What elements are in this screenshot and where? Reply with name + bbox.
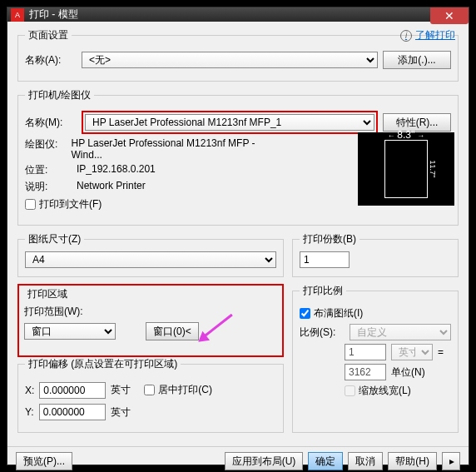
expand-button[interactable]: ▸ — [442, 452, 460, 470]
description-label: 说明: — [25, 180, 77, 194]
fit-paper-checkbox[interactable]: 布满图纸(I) — [300, 306, 451, 320]
scale-unit1-select[interactable]: 英寸 — [391, 344, 433, 360]
cancel-button[interactable]: 取消 — [348, 452, 383, 470]
highlight-printer-name: HP LaserJet Professional M1213nf MFP_1 — [82, 111, 378, 134]
x-input[interactable] — [39, 382, 106, 399]
button-bar: 预览(P)... 应用到布局(U) 确定 取消 帮助(H) ▸ — [7, 446, 469, 472]
location-label: 位置: — [25, 163, 77, 177]
highlight-print-area: 打印区域 打印范围(W): 窗口 窗口(0)< — [17, 284, 284, 357]
window-title: 打印 - 模型 — [29, 7, 78, 22]
help-link-text: 了解打印 — [415, 28, 455, 42]
print-area-group: 打印区域 打印范围(W): 窗口 窗口(0)< — [21, 287, 280, 347]
center-print-checkbox[interactable]: 居中打印(C) — [144, 383, 212, 397]
ok-button[interactable]: 确定 — [308, 452, 343, 470]
plotter-value: HP LaserJet Professional M1213nf MFP - W… — [72, 137, 266, 161]
paper-preview: ← 8.3'' → 11.7'' — [358, 132, 454, 206]
dialog-content: i 了解打印 页面设置 名称(A): <无> 添加(.)... 打印机/绘图仪 … — [7, 22, 469, 446]
y-label: Y: — [25, 406, 34, 418]
fit-paper-input[interactable] — [300, 308, 310, 319]
paper-size-group: 图纸尺寸(Z) A4 — [17, 232, 284, 277]
print-area-legend: 打印区域 — [24, 287, 71, 301]
plotter-label: 绘图仪: — [25, 137, 72, 161]
location-value: IP_192.168.0.201 — [77, 163, 156, 177]
paper-size-select[interactable]: A4 — [25, 251, 276, 268]
scale-legend: 打印比例 — [300, 284, 346, 298]
offset-group: 打印偏移 (原点设置在可打印区域) X: 英寸 居中打印(C) Y: 英寸 — [17, 357, 284, 433]
print-to-file-input[interactable] — [25, 199, 36, 210]
preview-width-label: ← 8.3'' → — [385, 129, 427, 141]
y-unit: 英寸 — [111, 405, 131, 420]
preview-page: ← 8.3'' → 11.7'' — [384, 140, 428, 198]
learn-print-link[interactable]: i 了解打印 — [400, 28, 455, 42]
print-range-select[interactable]: 窗口 — [24, 323, 116, 340]
copies-input[interactable] — [300, 251, 350, 268]
lineweight-checkbox[interactable]: 缩放线宽(L) — [300, 384, 451, 398]
description-value: Network Printer — [77, 180, 146, 194]
titlebar: A 打印 - 模型 ✕ — [7, 7, 469, 22]
scale-num1-input[interactable] — [345, 344, 386, 360]
app-icon: A — [11, 8, 24, 22]
scale-group: 打印比例 布满图纸(I) 比例(S): 自定义 英寸 = 单位(N) — [292, 284, 459, 433]
apply-layout-button[interactable]: 应用到布局(U) — [225, 452, 304, 470]
scale-select[interactable]: 自定义 — [350, 324, 451, 340]
printer-legend: 打印机/绘图仪 — [25, 88, 94, 102]
printer-name-select[interactable]: HP LaserJet Professional M1213nf MFP_1 — [85, 114, 374, 131]
info-icon: i — [400, 30, 412, 42]
help-button[interactable]: 帮助(H) — [388, 452, 437, 470]
scale-label: 比例(S): — [300, 325, 345, 340]
center-print-input[interactable] — [144, 385, 155, 395]
preview-height-label: 11.7'' — [429, 161, 438, 178]
x-label: X: — [25, 385, 34, 396]
y-input[interactable] — [39, 404, 106, 420]
page-setup-group: 页面设置 名称(A): <无> 添加(.)... — [17, 28, 459, 82]
lineweight-input[interactable] — [345, 385, 355, 396]
copies-group: 打印份数(B) — [292, 232, 459, 277]
scale-num2-input[interactable] — [345, 364, 386, 380]
scale-unit2-label: 单位(N) — [391, 365, 425, 380]
printer-group: 打印机/绘图仪 名称(M): HP LaserJet Professional … — [17, 88, 459, 226]
page-setup-legend: 页面设置 — [25, 28, 72, 42]
print-dialog: A 打印 - 模型 ✕ i 了解打印 页面设置 名称(A): <无> 添加(.)… — [7, 7, 469, 465]
add-button[interactable]: 添加(.)... — [383, 51, 451, 69]
print-range-label: 打印范围(W): — [24, 305, 277, 319]
page-name-select[interactable]: <无> — [82, 52, 378, 68]
copies-legend: 打印份数(B) — [300, 232, 359, 246]
x-unit: 英寸 — [111, 383, 131, 397]
printer-name-label: 名称(M): — [25, 116, 77, 130]
paper-size-legend: 图纸尺寸(Z) — [25, 232, 84, 246]
scale-equals: = — [438, 346, 444, 358]
preview-button[interactable]: 预览(P)... — [16, 452, 72, 470]
window-pick-button[interactable]: 窗口(0)< — [146, 322, 199, 340]
page-name-label: 名称(A): — [25, 53, 77, 67]
offset-legend: 打印偏移 (原点设置在可打印区域) — [25, 357, 181, 371]
